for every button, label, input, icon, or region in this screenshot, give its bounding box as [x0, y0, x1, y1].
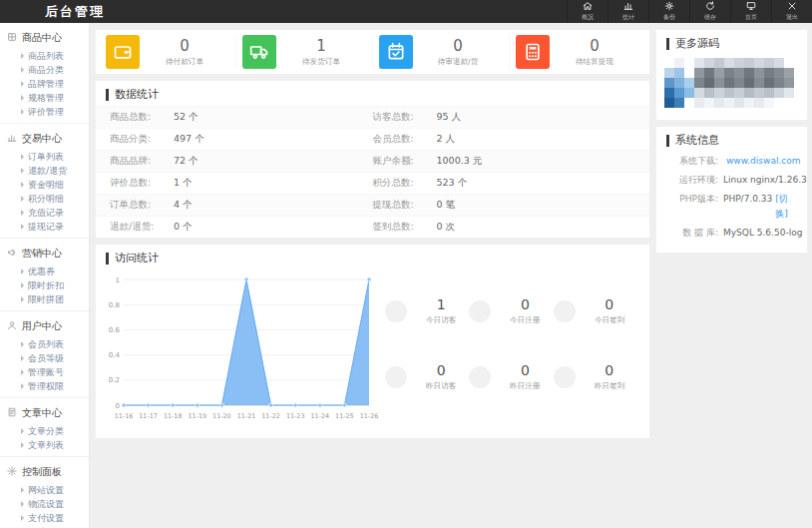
sidebar-section-文章中心[interactable]: 文章中心 — [0, 401, 89, 424]
chevron-right-icon — [21, 182, 24, 188]
switch-link[interactable]: [切换] — [775, 192, 797, 222]
sidebar-item-积分明细[interactable]: 积分明细 — [0, 192, 89, 206]
sidebar-item-网站设置[interactable]: 网站设置 — [0, 483, 89, 497]
sidebar-section-商品中心[interactable]: 商品中心 — [0, 26, 89, 49]
sidebar-section-用户中心[interactable]: 用户中心 — [0, 314, 89, 337]
sidebar-item-label: 会员等级 — [28, 353, 64, 363]
mini-stat-meta: 0昨日签到 — [582, 363, 637, 391]
stats-icon — [623, 1, 633, 11]
megaphone-icon — [7, 248, 17, 260]
sidebar-item-label: 管理权限 — [28, 381, 64, 391]
mini-stat-昨日签到: 0昨日签到 — [554, 363, 637, 391]
header-action-统计[interactable]: 统计 — [608, 0, 648, 23]
more-source-panel: 更多源码 — [655, 29, 808, 121]
system-info-rows: 系统下载:www.diswal.com运行环境:Linux nginx/1.26… — [656, 152, 807, 253]
main-content: 0待付款订单1待发货订单0待审退款/货0待结算提现 数据统计 商品总数:52 个… — [90, 23, 812, 528]
sidebar-item-商品列表[interactable]: 商品列表 — [0, 49, 89, 63]
mosaic-pixel — [734, 78, 744, 88]
card-value: 1 — [276, 38, 366, 54]
sidebar-item-label: 物流设置 — [28, 499, 64, 509]
system-info-value[interactable]: www.diswal.com — [726, 154, 800, 169]
stat-label: 商品总数: — [110, 111, 174, 124]
sidebar-item-文章列表[interactable]: 文章列表 — [0, 438, 89, 452]
sidebar-item-label: 订单列表 — [28, 152, 64, 162]
sidebar-section: 交易中心订单列表退款/退货资金明细积分明细充值记录提现记录 — [0, 124, 89, 239]
sidebar-item-label: 商品列表 — [28, 51, 64, 61]
sidebar-item-物流设置[interactable]: 物流设置 — [0, 497, 89, 511]
sidebar-item-管理账号[interactable]: 管理账号 — [0, 365, 89, 379]
blurred-logo-image[interactable] — [664, 58, 799, 108]
visits-area-chart: 00.20.40.60.8111-1611-1711-1811-1911-201… — [102, 271, 379, 426]
sidebar-item-label: 文章列表 — [28, 440, 64, 450]
data-stats-row: 订单总数:4 个提现总数:0 笔 — [96, 194, 649, 216]
sidebar-item-label: 限时拼团 — [28, 294, 64, 304]
mini-stat-meta: 0今日签到 — [582, 297, 637, 325]
mini-stat-value: 0 — [582, 363, 637, 378]
stat-circle-icon — [385, 300, 407, 322]
header-action-备份[interactable]: 备份 — [648, 0, 689, 23]
sidebar-item-订单列表[interactable]: 订单列表 — [0, 150, 89, 164]
calculator-icon — [516, 35, 550, 69]
sidebar-item-退款/退货[interactable]: 退款/退货 — [0, 164, 89, 178]
sidebar-item-支付设置[interactable]: 支付设置 — [0, 511, 89, 525]
system-info-label: 运行环境: — [666, 173, 718, 188]
mosaic-pixel — [694, 68, 704, 78]
sidebar-section-交易中心[interactable]: 交易中心 — [0, 127, 89, 150]
stat-value: 0 笔 — [437, 199, 456, 212]
stat-circle-icon — [554, 366, 576, 388]
sidebar-item-限时拼团[interactable]: 限时拼团 — [0, 292, 89, 306]
header-action-缓存[interactable]: 缓存 — [689, 0, 730, 23]
sidebar-item-label: 商品分类 — [28, 65, 64, 75]
mini-stat-value: 0 — [497, 297, 553, 312]
mosaic-pixel — [724, 88, 734, 98]
sidebar-item-label: 优惠券 — [28, 266, 55, 276]
mosaic-pixel — [714, 68, 724, 78]
sidebar-item-提现记录[interactable]: 提现记录 — [0, 220, 89, 234]
svg-text:0.8: 0.8 — [109, 301, 120, 309]
mosaic-pixel — [684, 58, 694, 68]
data-stats-cell: 商品品牌:72 个 — [110, 155, 373, 168]
mini-stat-value: 1 — [413, 297, 469, 312]
mosaic-pixel — [724, 98, 734, 108]
mosaic-pixel — [674, 98, 684, 108]
content-column: 0待付款订单1待发货订单0待审退款/货0待结算提现 数据统计 商品总数:52 个… — [95, 29, 650, 528]
summary-card-待付款订单[interactable]: 0待付款订单 — [100, 35, 235, 69]
sidebar-item-限时折扣[interactable]: 限时折扣 — [0, 278, 89, 292]
sidebar-section-营销中心[interactable]: 营销中心 — [0, 242, 89, 264]
data-stats-cell: 评价总数:1 个 — [110, 177, 373, 190]
summary-card-待结算提现[interactable]: 0待结算提现 — [509, 35, 645, 69]
sidebar-item-文章分类[interactable]: 文章分类 — [0, 424, 89, 438]
mosaic-pixel — [674, 78, 684, 88]
sidebar-item-会员列表[interactable]: 会员列表 — [0, 337, 89, 351]
mosaic-pixel — [744, 98, 754, 108]
mini-stats-grid: 1今日访客0今日注册0今日签到0昨日访客0昨日注册0昨日签到 — [379, 271, 641, 426]
sidebar-item-商品分类[interactable]: 商品分类 — [0, 63, 89, 77]
sidebar-item-充值记录[interactable]: 充值记录 — [0, 206, 89, 220]
mosaic-pixel — [734, 98, 744, 108]
header-action-概况[interactable]: 概况 — [567, 0, 608, 23]
card-label: 待发货订单 — [278, 56, 364, 66]
data-stats-cell: 商品总数:52 个 — [110, 111, 373, 124]
doc-icon — [7, 407, 17, 419]
chevron-right-icon — [21, 210, 24, 216]
mosaic-pixel — [724, 78, 734, 88]
sidebar-item-管理权限[interactable]: 管理权限 — [0, 379, 89, 393]
chevron-right-icon — [21, 383, 24, 389]
sidebar-item-规格管理[interactable]: 规格管理 — [0, 91, 89, 105]
summary-card-待发货订单[interactable]: 1待发货订单 — [235, 35, 372, 69]
sidebar-item-评价管理[interactable]: 评价管理 — [0, 105, 89, 119]
header-action-首页[interactable]: 首页 — [730, 0, 771, 23]
sidebar-section-控制面板[interactable]: 控制面板 — [0, 460, 89, 483]
chevron-right-icon — [21, 428, 24, 434]
sidebar-item-品牌管理[interactable]: 品牌管理 — [0, 77, 89, 91]
summary-card-待审退款/货[interactable]: 0待审退款/货 — [372, 35, 509, 69]
sidebar-item-资金明细[interactable]: 资金明细 — [0, 178, 89, 192]
sidebar-item-会员等级[interactable]: 会员等级 — [0, 351, 89, 365]
mosaic-pixel — [774, 58, 784, 68]
sidebar-item-label: 评价管理 — [28, 107, 64, 117]
sidebar-item-优惠券[interactable]: 优惠券 — [0, 264, 89, 278]
mini-stat-meta: 1今日访客 — [413, 297, 469, 325]
data-stats-row: 退款/退货:0 个签到总数:0 次 — [96, 216, 649, 238]
mosaic-pixel — [744, 88, 754, 98]
header-action-退出[interactable]: 退出 — [771, 0, 812, 23]
